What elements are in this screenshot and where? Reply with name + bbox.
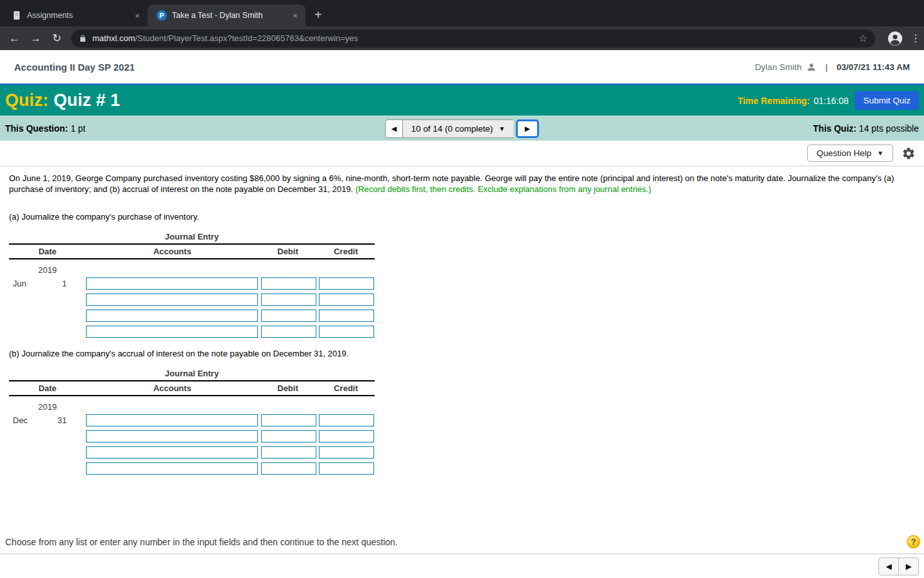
entry-date: Dec 31	[9, 416, 86, 425]
accounts-input[interactable]	[86, 446, 258, 459]
bottom-nav-bar: ◀ ▶	[0, 554, 924, 578]
entry-month: Jun	[13, 279, 26, 288]
course-header: Accounting II Day SP 2021 Dylan Smith | …	[0, 50, 924, 83]
accounts-input[interactable]	[86, 414, 258, 426]
forward-icon[interactable]: →	[25, 32, 46, 45]
table-title: Journal Entry	[9, 369, 375, 378]
table-row: Dec 31	[9, 414, 375, 426]
entry-year: 2019	[9, 259, 86, 277]
tab-title: Assignments	[27, 11, 131, 20]
accounts-input[interactable]	[86, 277, 258, 290]
time-remaining-label: Time Remaining:	[737, 96, 810, 106]
part-a-prompt: (a) Journalize the company's purchase of…	[9, 212, 915, 222]
quiz-label: Quiz:	[5, 91, 49, 110]
address-bar[interactable]: mathxl.com /Student/PlayerTest.aspx?test…	[71, 30, 875, 48]
next-question-button[interactable]: ▶	[516, 119, 539, 138]
accounts-input[interactable]	[86, 310, 258, 322]
quiz-title: Quiz # 1	[54, 91, 121, 110]
question-select-label: 10 of 14 (0 complete)	[411, 124, 493, 134]
debit-input[interactable]	[261, 310, 316, 322]
table-header: Date Accounts Debit Credit	[9, 243, 375, 259]
column-header-credit: Credit	[317, 383, 375, 393]
footer-instruction: Choose from any list or enter any number…	[5, 537, 398, 547]
back-icon[interactable]: ←	[4, 32, 25, 45]
chevron-down-icon: ▼	[877, 150, 884, 157]
question-help-label: Question Help	[817, 148, 872, 158]
submit-quiz-button[interactable]: Submit Quiz	[855, 91, 919, 110]
credit-input[interactable]	[319, 310, 374, 322]
debit-input[interactable]	[261, 293, 316, 306]
profile-avatar-icon[interactable]	[887, 31, 903, 46]
question-content: On June 1, 2019, George Company purchase…	[0, 167, 924, 554]
new-tab-icon[interactable]: +	[314, 8, 322, 21]
user-area: Dylan Smith | 03/07/21 11:43 AM	[755, 62, 910, 72]
part-b-prompt: (b) Journalize the company's accrual of …	[9, 349, 915, 358]
credit-input[interactable]	[319, 430, 374, 442]
column-header-accounts: Accounts	[86, 383, 259, 393]
url-path: /Student/PlayerTest.aspx?testId=22806576…	[135, 33, 853, 43]
accounts-input[interactable]	[86, 326, 258, 338]
question-nav-bar: This Question: 1 pt ◀ 10 of 14 (0 comple…	[0, 116, 924, 141]
debit-input[interactable]	[261, 326, 316, 338]
credit-input[interactable]	[319, 446, 374, 459]
tab-title: Take a Test - Dylan Smith	[172, 11, 289, 20]
column-header-debit: Debit	[259, 247, 317, 256]
entry-date: Jun 1	[9, 279, 86, 288]
entry-month: Dec	[13, 416, 28, 425]
separator: |	[825, 62, 828, 72]
credit-input[interactable]	[319, 277, 374, 290]
column-header-date: Date	[9, 247, 86, 256]
journal-entry-table-a: Journal Entry Date Accounts Debit Credit…	[9, 232, 375, 338]
journal-entry-table-b: Journal Entry Date Accounts Debit Credit…	[9, 369, 375, 475]
table-row	[9, 293, 375, 306]
debit-input[interactable]	[261, 462, 316, 475]
next-question-bottom-button[interactable]: ▶	[898, 557, 919, 575]
debit-input[interactable]	[261, 277, 316, 290]
table-row	[9, 446, 375, 459]
browser-tab-strip: Assignments × P Take a Test - Dylan Smit…	[0, 0, 924, 26]
quiz-title-bar: Quiz: Quiz # 1 Time Remaining: 01:16:08 …	[0, 83, 924, 116]
question-help-button[interactable]: Question Help ▼	[807, 144, 893, 162]
this-question-points: 1 pt	[71, 123, 85, 134]
credit-input[interactable]	[319, 414, 374, 426]
question-toolbar: Question Help ▼	[0, 141, 924, 166]
credit-input[interactable]	[319, 462, 374, 475]
url-domain: mathxl.com	[92, 33, 135, 43]
previous-question-button[interactable]: ◀	[385, 119, 403, 138]
browser-menu-icon[interactable]: ⋮	[907, 32, 924, 44]
datetime: 03/07/21 11:43 AM	[837, 62, 910, 72]
question-navigator: ◀ 10 of 14 (0 complete) ▼ ▶	[385, 119, 539, 138]
gear-icon[interactable]	[902, 146, 916, 161]
pearson-icon: P	[157, 10, 167, 21]
user-name[interactable]: Dylan Smith	[755, 62, 801, 72]
accounts-input[interactable]	[86, 430, 258, 442]
reload-icon[interactable]: ↻	[46, 31, 67, 45]
this-quiz-label: This Quiz:	[813, 123, 857, 134]
tab-take-a-test[interactable]: P Take a Test - Dylan Smith ×	[148, 4, 305, 26]
credit-input[interactable]	[319, 293, 374, 306]
help-icon[interactable]: ?	[907, 535, 920, 548]
table-row: Jun 1	[9, 277, 375, 290]
question-select-dropdown[interactable]: 10 of 14 (0 complete) ▼	[403, 119, 513, 138]
question-text-instruction: (Record debits first, then credits. Excl…	[355, 184, 651, 194]
close-icon[interactable]: ×	[131, 11, 144, 21]
document-icon	[12, 10, 22, 21]
bookmark-star-icon[interactable]: ☆	[859, 32, 868, 44]
column-header-credit: Credit	[317, 247, 375, 256]
column-header-debit: Debit	[259, 383, 317, 393]
column-header-date: Date	[9, 383, 86, 393]
close-icon[interactable]: ×	[289, 11, 302, 21]
debit-input[interactable]	[261, 446, 316, 459]
debit-input[interactable]	[261, 414, 316, 426]
table-row	[9, 310, 375, 322]
credit-input[interactable]	[319, 326, 374, 338]
course-title: Accounting II Day SP 2021	[14, 62, 135, 73]
entry-year: 2019	[9, 396, 86, 414]
accounts-input[interactable]	[86, 293, 258, 306]
tab-assignments[interactable]: Assignments ×	[0, 4, 148, 26]
debit-input[interactable]	[261, 430, 316, 442]
person-icon	[807, 62, 816, 72]
table-row	[9, 430, 375, 442]
accounts-input[interactable]	[86, 462, 258, 475]
previous-question-bottom-button[interactable]: ◀	[878, 557, 899, 575]
